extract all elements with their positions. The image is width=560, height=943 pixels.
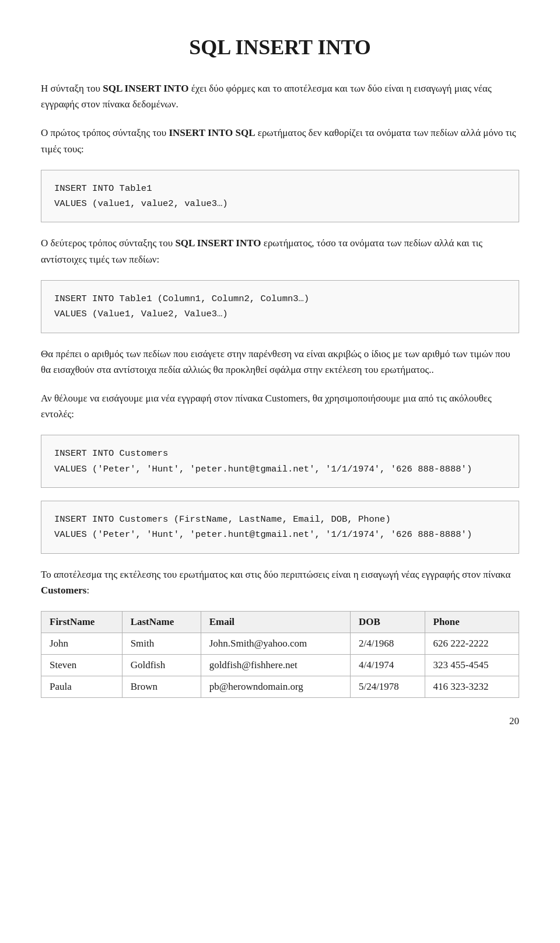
cell-dob: 5/24/1978 bbox=[350, 676, 425, 698]
cell-lastname: Brown bbox=[122, 676, 201, 698]
customers-intro-paragraph: Αν θέλουμε να εισάγουμε μια νέα εγγραφή … bbox=[41, 390, 519, 422]
result-intro-paragraph: Το αποτέλεσμα της εκτέλεσης του ερωτήματ… bbox=[41, 567, 519, 598]
table-header-row: FirstName LastName Email DOB Phone bbox=[41, 612, 519, 633]
table-row: Steven Goldfish goldfish@fishhere.net 4/… bbox=[41, 655, 519, 676]
first-form-desc: Ο πρώτος τρόπος σύνταξης του INSERT INTO… bbox=[41, 125, 519, 156]
table-row: Paula Brown pb@herowndomain.org 5/24/197… bbox=[41, 676, 519, 698]
customers-full-code: INSERT INTO Customers (FirstName, LastNa… bbox=[41, 501, 519, 554]
cell-lastname: Goldfish bbox=[122, 655, 201, 676]
cell-email: goldfish@fishhere.net bbox=[201, 655, 350, 676]
first-form-code: INSERT INTO Table1 VALUES (value1, value… bbox=[41, 170, 519, 223]
cell-phone: 416 323-3232 bbox=[425, 676, 519, 698]
col-header-phone: Phone bbox=[425, 612, 519, 633]
col-header-lastname: LastName bbox=[122, 612, 201, 633]
cell-dob: 4/4/1974 bbox=[350, 655, 425, 676]
col-header-firstname: FirstName bbox=[41, 612, 123, 633]
col-header-dob: DOB bbox=[350, 612, 425, 633]
page-number: 20 bbox=[509, 715, 519, 727]
results-table: FirstName LastName Email DOB Phone John … bbox=[41, 611, 519, 698]
cell-firstname: John bbox=[41, 633, 123, 655]
col-header-email: Email bbox=[201, 612, 350, 633]
cell-phone: 626 222-2222 bbox=[425, 633, 519, 655]
intro-paragraph: Η σύνταξη του SQL INSERT INTO έχει δύο φ… bbox=[41, 81, 519, 112]
cell-lastname: Smith bbox=[122, 633, 201, 655]
cell-dob: 2/4/1968 bbox=[350, 633, 425, 655]
table-row: John Smith John.Smith@yahoo.com 2/4/1968… bbox=[41, 633, 519, 655]
page-title: SQL INSERT INTO bbox=[41, 35, 519, 60]
results-table-section: FirstName LastName Email DOB Phone John … bbox=[41, 611, 519, 698]
customers-simple-code: INSERT INTO Customers VALUES ('Peter', '… bbox=[41, 435, 519, 488]
warning-paragraph: Θα πρέπει ο αριθμός των πεδίων που εισάγ… bbox=[41, 346, 519, 378]
cell-email: pb@herowndomain.org bbox=[201, 676, 350, 698]
second-form-code: INSERT INTO Table1 (Column1, Column2, Co… bbox=[41, 280, 519, 333]
cell-email: John.Smith@yahoo.com bbox=[201, 633, 350, 655]
cell-firstname: Steven bbox=[41, 655, 123, 676]
cell-phone: 323 455-4545 bbox=[425, 655, 519, 676]
second-form-desc: Ο δεύτερος τρόπος σύνταξης του SQL INSER… bbox=[41, 235, 519, 267]
cell-firstname: Paula bbox=[41, 676, 123, 698]
